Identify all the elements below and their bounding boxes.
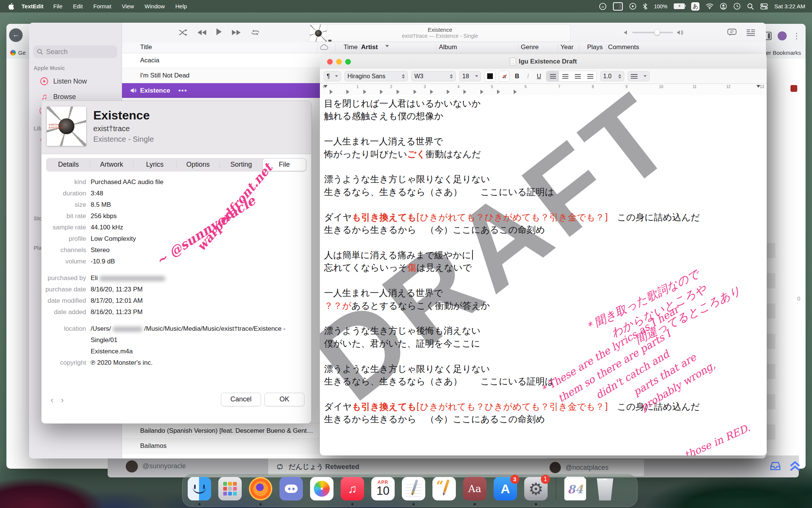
align-right-icon[interactable] xyxy=(571,71,584,81)
font-family-control[interactable]: Hiragino Sans xyxy=(344,71,408,81)
tab-stop-icon[interactable] xyxy=(397,90,400,94)
dock-icon-pages[interactable]: “ xyxy=(432,477,456,500)
alignment-control[interactable] xyxy=(546,71,597,82)
control-center-icon[interactable] xyxy=(760,3,768,10)
profile-avatar[interactable] xyxy=(778,31,787,40)
now-playing-status-icon[interactable] xyxy=(629,3,636,10)
wifi-icon[interactable] xyxy=(706,3,713,9)
tab-stop-icon[interactable] xyxy=(497,90,500,94)
column-time[interactable]: Time xyxy=(339,43,358,51)
dock-icon-textedit[interactable] xyxy=(402,477,425,500)
column-genre[interactable]: Genre xyxy=(521,43,539,51)
tab-stop-icon[interactable] xyxy=(414,90,417,94)
text-color-well[interactable] xyxy=(485,71,496,82)
tab-lyrics[interactable]: Lyrics xyxy=(133,159,176,171)
font-size-control[interactable]: 18 xyxy=(459,71,481,81)
shuffle-icon[interactable] xyxy=(178,29,187,36)
cloud-status-icon[interactable] xyxy=(320,44,328,50)
menu-item-file[interactable]: File xyxy=(48,3,68,9)
list-style-control[interactable] xyxy=(628,71,650,81)
textedit-content[interactable]: DRAFT 目を閉じれば一人君はいるかいないか触れる感触さえも僕の想像か 一人生… xyxy=(320,95,767,455)
italic-button[interactable]: I xyxy=(524,73,532,80)
tab-stop-icon[interactable] xyxy=(514,90,517,94)
column-title[interactable]: Title xyxy=(140,43,152,51)
input-source-icon[interactable]: あ xyxy=(691,2,699,11)
creative-cloud-icon[interactable]: ∞ xyxy=(599,3,607,10)
paragraph-style-control[interactable]: ¶ xyxy=(324,71,341,81)
dock-icon-firefox[interactable] xyxy=(249,477,272,500)
cancel-button[interactable]: Cancel xyxy=(221,393,261,406)
other-bookmarks[interactable]: her Bookmarks xyxy=(763,50,801,56)
menu-item-view[interactable]: View xyxy=(117,3,139,9)
ok-button[interactable]: OK xyxy=(264,393,304,406)
lyrics-bubble-icon[interactable] xyxy=(727,29,736,36)
sidebar-item-listen-now[interactable]: Listen Now xyxy=(40,77,87,85)
queue-list-icon[interactable] xyxy=(746,29,755,36)
volume-slider[interactable] xyxy=(632,32,673,33)
tab-stop-icon[interactable] xyxy=(363,90,366,94)
dock-icon-artwork-doc[interactable]: 84 xyxy=(564,478,586,500)
margin-marker-icon[interactable] xyxy=(324,85,327,88)
tab-stop-icon[interactable] xyxy=(480,90,483,94)
time-machine-icon[interactable] xyxy=(733,3,741,10)
back-button[interactable]: ← xyxy=(9,28,23,42)
next-button[interactable] xyxy=(232,30,241,35)
align-center-icon[interactable] xyxy=(559,71,571,81)
music-titlebar[interactable]: Existence exist†trace — Existence - Sing… xyxy=(29,23,766,42)
now-playing-display[interactable]: Existence exist†trace — Existence - Sing… xyxy=(309,24,571,42)
avatar[interactable] xyxy=(126,460,138,472)
menu-clock[interactable]: Sat 3:22 AM xyxy=(774,3,805,9)
tab-artwork[interactable]: Artwork xyxy=(90,159,133,171)
menu-app-name[interactable]: TextEdit xyxy=(17,3,48,9)
tab-sorting[interactable]: Sorting xyxy=(219,159,262,171)
list-header[interactable]: Title Time Artist Album Genre Year Plays… xyxy=(122,42,766,53)
chevrons-up-icon[interactable] xyxy=(787,458,803,473)
bookmark-item[interactable]: Ge xyxy=(10,50,26,56)
dock-icon-calendar[interactable]: APR10 xyxy=(371,477,395,500)
tab-stop-icon[interactable] xyxy=(380,90,383,94)
previous-button[interactable] xyxy=(198,30,206,35)
repeat-icon[interactable] xyxy=(251,29,260,36)
dock-icon-trash[interactable] xyxy=(593,477,617,500)
dock-icon-dictionary[interactable]: Aa xyxy=(463,477,486,500)
highlight-color-well[interactable]: a xyxy=(499,71,510,82)
bold-button[interactable]: B xyxy=(513,73,521,80)
tab-stop-icon[interactable] xyxy=(430,90,433,94)
tab-stop-icon[interactable] xyxy=(463,90,466,94)
column-plays[interactable]: Plays xyxy=(573,43,603,51)
apple-menu-icon[interactable] xyxy=(8,3,14,10)
dock-icon-finder[interactable] xyxy=(188,477,211,500)
battery-icon[interactable]: ⚡ xyxy=(674,3,685,9)
dock-icon-settings[interactable]: ⚙1 xyxy=(524,477,548,500)
spotlight-search-icon[interactable] xyxy=(747,3,754,10)
column-artist[interactable]: Artist xyxy=(361,43,378,51)
search-input[interactable]: Search xyxy=(33,45,117,58)
underline-button[interactable]: U xyxy=(535,73,543,80)
dock-icon-photos[interactable] xyxy=(310,477,333,500)
dock-icon-appstore[interactable]: A3 xyxy=(494,477,517,500)
font-weight-control[interactable]: W3 xyxy=(411,71,456,81)
column-album[interactable]: Album xyxy=(439,43,457,51)
dock-icon-discord[interactable] xyxy=(279,477,303,500)
tab-stop-icon[interactable] xyxy=(330,90,333,94)
dock-icon-music[interactable]: ♫ xyxy=(341,477,364,500)
margin-marker-icon[interactable] xyxy=(756,85,760,88)
next-track-chevron[interactable]: › xyxy=(61,395,63,405)
playhead[interactable] xyxy=(328,40,332,42)
tab-options[interactable]: Options xyxy=(176,159,219,171)
ruler[interactable]: 012345678910111213 xyxy=(320,84,767,96)
play-button[interactable] xyxy=(216,28,222,37)
inbox-icon[interactable] xyxy=(769,460,781,472)
align-justify-icon[interactable] xyxy=(584,71,596,81)
retweet-banner[interactable]: だんじょう Retweeted xyxy=(268,458,548,475)
twitter-handle[interactable]: @sunnyoracle xyxy=(142,462,186,470)
menu-item-window[interactable]: Window xyxy=(139,3,170,9)
dock-icon-launchpad[interactable] xyxy=(218,477,242,500)
menu-dots-icon[interactable]: ⋮ xyxy=(793,31,800,40)
menu-item-help[interactable]: Help xyxy=(170,3,192,9)
align-left-icon[interactable] xyxy=(546,71,559,81)
menu-item-edit[interactable]: Edit xyxy=(68,3,88,9)
more-button[interactable]: ••• xyxy=(178,87,187,94)
tab-stop-icon[interactable] xyxy=(346,90,349,94)
tab-stop-icon[interactable] xyxy=(447,90,450,94)
